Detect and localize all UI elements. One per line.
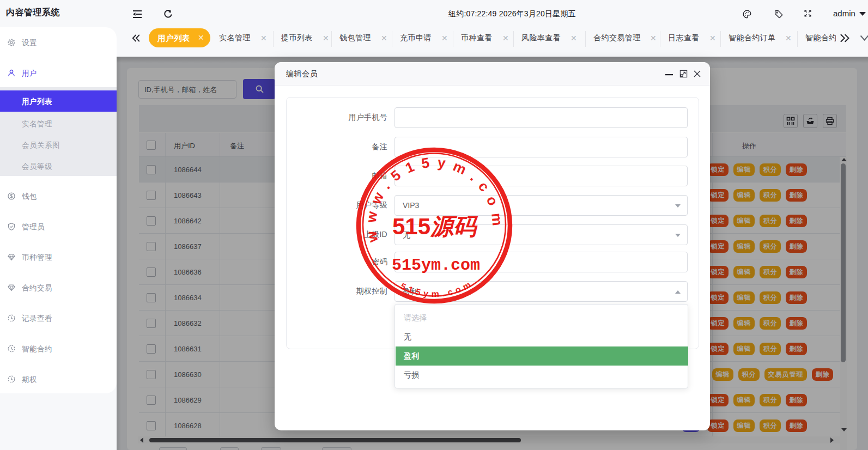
svg-text:515源码: 515源码	[392, 214, 478, 239]
svg-text:515ym.com: 515ym.com	[392, 256, 480, 275]
